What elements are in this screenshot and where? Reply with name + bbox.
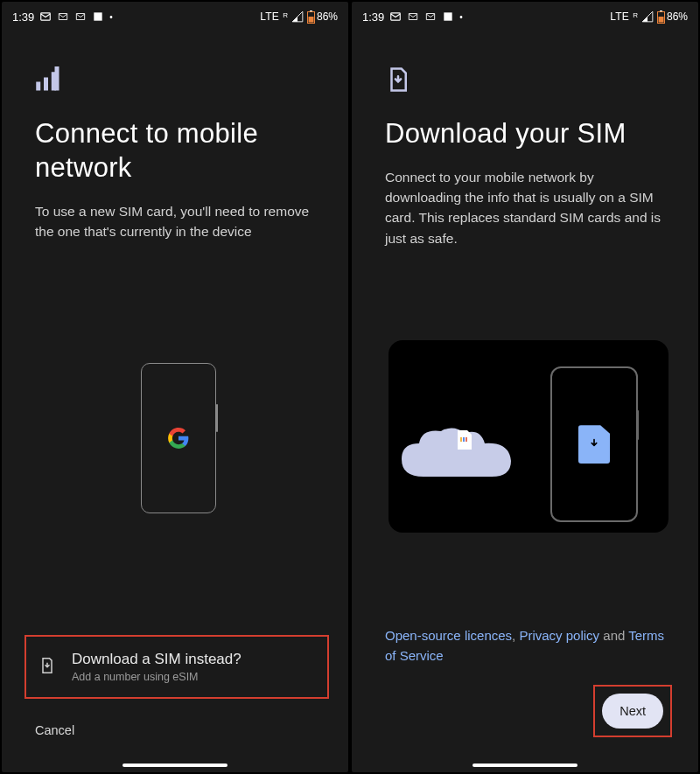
app-icon <box>92 10 104 23</box>
roaming-indicator: R <box>633 11 638 19</box>
more-dot: • <box>459 12 463 22</box>
open-source-link[interactable]: Open-source licences <box>385 628 512 643</box>
gmail-icon <box>407 10 419 23</box>
svg-rect-6 <box>44 78 48 91</box>
sim-download-page-icon <box>385 66 672 96</box>
gmail-icon <box>57 10 69 23</box>
cancel-button[interactable]: Cancel <box>35 723 74 737</box>
battery-percent: 86% <box>317 10 338 23</box>
svg-rect-10 <box>444 12 452 20</box>
status-time: 1:39 <box>362 10 384 24</box>
network-label: LTE <box>610 10 629 23</box>
sim-download-icon <box>578 425 610 464</box>
svg-rect-13 <box>658 17 663 23</box>
download-illustration <box>385 266 672 608</box>
mail-icon <box>389 10 402 23</box>
privacy-link[interactable]: Privacy policy <box>519 628 599 643</box>
phone-illustration-icon <box>550 366 638 522</box>
status-bar: 1:39 • LTE R 86% <box>2 2 348 31</box>
phone-illustration <box>35 259 322 617</box>
page-title: Connect to mobile network <box>35 117 322 185</box>
svg-rect-4 <box>308 17 313 23</box>
nav-gesture-bar[interactable] <box>472 764 578 767</box>
signal-bars-icon <box>35 66 322 96</box>
status-time: 1:39 <box>12 10 34 24</box>
svg-rect-16 <box>466 437 467 442</box>
download-option-subtitle: Add a number using eSIM <box>72 671 242 683</box>
status-bar: 1:39 • LTE R 86% <box>352 2 698 31</box>
nav-gesture-bar[interactable] <box>122 764 228 767</box>
signal-icon <box>641 10 654 23</box>
google-logo-icon <box>167 427 190 450</box>
screen-connect-mobile: 1:39 • LTE R 86% Connect to mobile netwo… <box>2 2 348 772</box>
page-title: Download your SIM <box>385 117 672 151</box>
download-option-title: Download a SIM instead? <box>72 651 242 668</box>
svg-rect-5 <box>36 82 40 91</box>
more-dot: • <box>109 12 113 22</box>
battery-icon <box>307 10 315 24</box>
highlight-box: Next <box>593 685 672 737</box>
signal-icon <box>291 10 304 23</box>
screen-download-sim: 1:39 • LTE R 86% Download your SIM Conne… <box>352 2 698 772</box>
roaming-indicator: R <box>283 11 288 19</box>
sim-chip-icon <box>457 429 472 450</box>
download-sim-option[interactable]: Download a SIM instead? Add a number usi… <box>24 635 329 699</box>
svg-rect-1 <box>94 12 102 20</box>
svg-rect-14 <box>460 437 462 442</box>
app-icon <box>442 10 454 23</box>
battery-icon <box>657 10 665 24</box>
legal-links: Open-source licences, Privacy policy and… <box>385 625 672 666</box>
gmail-icon-2 <box>424 10 437 23</box>
battery-percent: 86% <box>667 10 688 23</box>
svg-rect-8 <box>55 66 60 91</box>
page-body: To use a new SIM card, you'll need to re… <box>35 201 322 242</box>
page-body: Connect to your mobile network by downlo… <box>385 167 672 248</box>
next-button[interactable]: Next <box>602 694 663 729</box>
sim-download-icon <box>38 657 56 678</box>
gmail-icon-2 <box>74 10 87 23</box>
mail-icon <box>39 10 52 23</box>
svg-rect-15 <box>463 437 465 442</box>
network-label: LTE <box>260 10 279 23</box>
